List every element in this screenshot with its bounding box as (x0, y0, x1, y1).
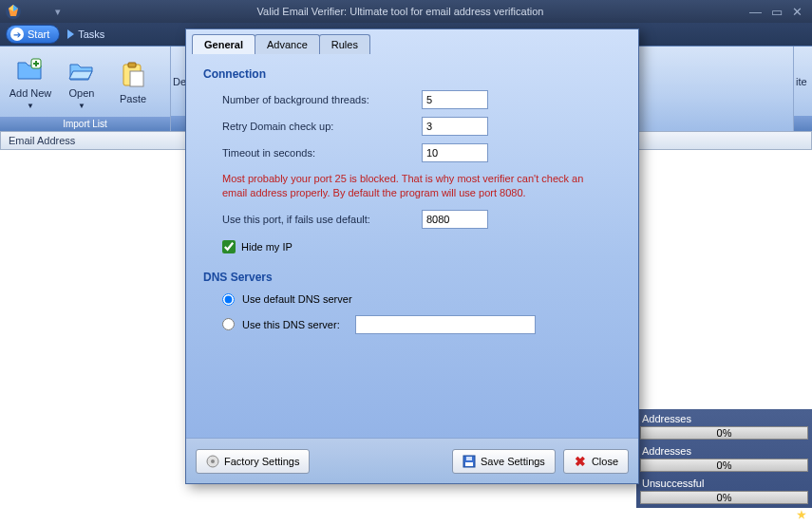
paste-button[interactable]: Paste (108, 50, 158, 113)
stat-pct-1: 0% (717, 427, 732, 439)
close-x-icon: ✖ (574, 455, 587, 468)
close-window-button[interactable]: ✕ (792, 5, 803, 19)
app-logo-icon (0, 0, 27, 23)
stat-addresses-1-label: Addresses (636, 411, 812, 426)
tasks-menu[interactable]: Tasks (67, 28, 104, 40)
add-new-label: Add New (9, 87, 52, 99)
save-settings-label: Save Settings (481, 456, 545, 467)
close-dialog-button[interactable]: ✖ Close (563, 449, 629, 474)
open-button[interactable]: Open ▼ (57, 50, 106, 113)
dialog-footer: Factory Settings Save Settings ✖ Close (186, 438, 638, 483)
brothersoft-watermark: Brothersoft★ (734, 503, 806, 523)
tab-rules[interactable]: Rules (319, 34, 370, 54)
stat-unsuccessful-bar: 0% (640, 491, 808, 504)
tab-general[interactable]: General (192, 34, 255, 54)
dropdown-caret-icon: ▼ (27, 102, 34, 110)
stat-addresses-2-bar: 0% (640, 459, 808, 472)
port-warning-text: Most probably your port 25 is blocked. T… (222, 172, 602, 200)
ribbon-group-label: Import List (0, 117, 170, 131)
ribbon-group-import: Add New ▼ Open ▼ Paste Import List (0, 47, 171, 131)
clipboard-paste-icon (118, 60, 148, 90)
dialog-body: Connection Number of background threads:… (186, 54, 638, 438)
stat-addresses-1-bar: 0% (640, 426, 808, 440)
timeout-select[interactable]: 10 (422, 143, 488, 162)
stat-pct-2: 0% (717, 459, 732, 471)
hide-ip-checkbox[interactable] (222, 240, 236, 253)
port-input[interactable] (422, 210, 488, 229)
hide-ip-label: Hide my IP (241, 241, 293, 253)
timeout-label: Timeout in seconds: (222, 147, 422, 159)
dns-default-label: Use default DNS server (242, 293, 352, 305)
dns-custom-input[interactable] (355, 315, 536, 334)
paste-label: Paste (120, 93, 146, 104)
column-email-address[interactable]: Email Address (9, 135, 75, 146)
stat-pct-3: 0% (717, 492, 732, 503)
status-panel: Addresses 0% Addresses 0% Unsuccessful 0… (636, 409, 812, 508)
stat-addresses-2-label: Addresses (636, 443, 812, 459)
add-new-button[interactable]: Add New ▼ (6, 50, 55, 113)
save-disk-icon (463, 455, 476, 468)
start-button[interactable]: ➔ Start (6, 25, 60, 44)
svg-point-6 (211, 459, 215, 463)
factory-icon (206, 455, 219, 468)
star-icon: ★ (797, 509, 807, 520)
section-connection-title: Connection (203, 67, 621, 81)
retry-label: Retry Domain check up: (222, 121, 422, 132)
dropdown-caret-icon: ▼ (78, 102, 85, 110)
open-folder-icon (66, 54, 97, 84)
ribbon-group-partial-right: ite (793, 47, 812, 131)
port-label: Use this port, if fails use default: (222, 214, 422, 225)
folder-add-icon (15, 54, 46, 84)
open-label: Open (69, 87, 95, 99)
dialog-tabs: General Advance Rules (186, 29, 638, 54)
svg-rect-4 (130, 71, 143, 86)
minimize-button[interactable]: — (749, 5, 762, 19)
dns-custom-radio[interactable] (222, 318, 235, 330)
truncated-label: De (173, 76, 186, 87)
threads-select[interactable]: 5 (422, 90, 488, 109)
retry-select[interactable]: 3 (422, 117, 488, 136)
tasks-label: Tasks (78, 28, 104, 40)
threads-label: Number of background threads: (222, 94, 422, 105)
factory-settings-label: Factory Settings (224, 456, 299, 467)
save-settings-button[interactable]: Save Settings (452, 449, 556, 474)
close-label: Close (592, 456, 618, 467)
svg-rect-8 (465, 462, 473, 466)
svg-rect-9 (466, 457, 472, 460)
factory-settings-button[interactable]: Factory Settings (196, 449, 310, 474)
dns-default-radio[interactable] (222, 293, 235, 306)
tab-advance[interactable]: Advance (255, 34, 320, 54)
maximize-button[interactable]: ▭ (771, 5, 783, 19)
svg-rect-3 (128, 63, 136, 67)
dns-custom-label: Use this DNS server: (242, 319, 340, 330)
start-arrow-icon: ➔ (10, 28, 24, 41)
stat-unsuccessful-label: Unsuccessful (636, 476, 812, 491)
title-bar: ▾ Valid Email Verifier: Ultimate tool fo… (0, 0, 812, 23)
start-label: Start (28, 28, 49, 40)
truncated-label-right: ite (796, 76, 807, 87)
watermark-text: Brothersoft (734, 509, 796, 520)
play-icon (67, 29, 74, 39)
section-dns-title: DNS Servers (203, 271, 621, 284)
settings-dialog: General Advance Rules Connection Number … (185, 28, 639, 484)
window-title: Valid Email Verifier: Ultimate tool for … (61, 6, 740, 17)
